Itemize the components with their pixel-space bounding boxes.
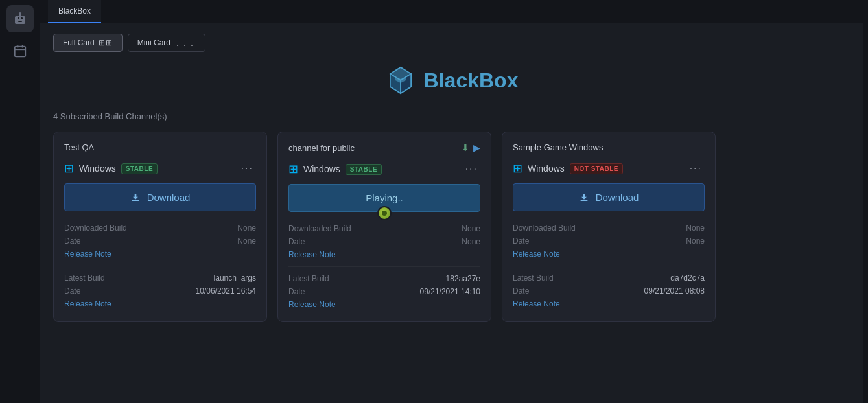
- scrollbar-right[interactable]: [863, 0, 868, 403]
- more-options-button[interactable]: ···: [239, 161, 256, 176]
- downloaded-build-label: Downloaded Build: [64, 224, 127, 233]
- latest-date-label: Date: [64, 286, 80, 295]
- full-card-icon: ⊞⊞: [99, 38, 113, 47]
- latest-build-row: Latest Build launch_args: [64, 271, 256, 284]
- platform-name: Windows: [528, 163, 565, 174]
- mini-card-icon: ⋮⋮⋮: [174, 40, 196, 47]
- platform-left: ⊞ Windows NOT STABLE: [513, 161, 623, 176]
- svg-rect-3: [18, 21, 22, 22]
- sidebar-icon-robot[interactable]: [6, 5, 34, 32]
- latest-date-row: Date 09/21/2021 08:08: [513, 284, 705, 297]
- calendar-icon: [13, 44, 27, 58]
- divider: [513, 266, 705, 266]
- svg-rect-0: [15, 16, 25, 24]
- platform-row: ⊞ Windows STABLE ···: [288, 162, 480, 176]
- latest-release-note-row: Release Note: [288, 298, 480, 311]
- download-icon: [130, 192, 141, 203]
- download-button-sample-game[interactable]: Download: [513, 183, 705, 211]
- date-row: Date None: [64, 235, 256, 248]
- playing-button[interactable]: Playing..: [288, 184, 480, 212]
- download-button-test-qa[interactable]: Download: [64, 183, 256, 211]
- platform-name: Windows: [79, 163, 116, 174]
- release-note-row: Release Note: [288, 248, 480, 261]
- latest-build-value: da7d2c7a: [670, 273, 705, 282]
- latest-build-label: Latest Build: [64, 273, 105, 282]
- topbar: BlackBox: [40, 0, 863, 23]
- info-section: Downloaded Build None Date None Release …: [513, 222, 705, 310]
- date-value: None: [462, 237, 480, 246]
- info-section: Downloaded Build None Date None Release …: [64, 222, 256, 310]
- downloaded-build-label: Downloaded Build: [513, 224, 576, 233]
- card-title-left: channel for public: [288, 143, 355, 153]
- latest-release-note-link[interactable]: Release Note: [513, 299, 560, 308]
- playing-label: Playing..: [366, 192, 403, 203]
- latest-build-label: Latest Build: [513, 273, 554, 282]
- more-options-button[interactable]: ···: [687, 161, 705, 176]
- release-note-link[interactable]: Release Note: [64, 249, 111, 259]
- download-label: Download: [596, 192, 639, 203]
- card-channel-public: channel for public ⬇ ▶ ⊞ Windows STABLE …: [277, 132, 491, 322]
- date-label: Date: [288, 237, 305, 246]
- latest-date-label: Date: [513, 286, 529, 295]
- downloaded-build-value: None: [237, 224, 256, 233]
- not-stable-badge: NOT STABLE: [570, 163, 623, 174]
- mini-card-label: Mini Card: [137, 38, 170, 47]
- card-title-row: Test QA: [64, 143, 256, 152]
- card-title-text: channel for public: [288, 143, 355, 153]
- platform-left: ⊞ Windows STABLE: [288, 162, 382, 176]
- date-row: Date None: [513, 235, 705, 248]
- full-card-button[interactable]: Full Card ⊞⊞: [53, 34, 123, 52]
- downloaded-build-row: Downloaded Build None: [64, 222, 256, 235]
- date-value: None: [686, 236, 705, 246]
- latest-date-label: Date: [288, 287, 305, 296]
- release-note-row: Release Note: [64, 248, 256, 260]
- card-title-row: Sample Game Windows: [513, 143, 705, 152]
- more-options-button[interactable]: ···: [463, 162, 480, 176]
- active-tab[interactable]: BlackBox: [48, 0, 101, 23]
- card-sample-game: Sample Game Windows ⊞ Windows NOT STABLE…: [502, 132, 716, 322]
- date-value: None: [237, 236, 256, 246]
- sidebar-icon-calendar[interactable]: [6, 38, 34, 65]
- downloaded-build-value: None: [686, 224, 705, 233]
- release-note-link[interactable]: Release Note: [513, 249, 560, 259]
- latest-date-value: 09/21/2021 08:08: [644, 286, 705, 295]
- spinner-inner: [382, 211, 387, 216]
- latest-release-note-row: Release Note: [64, 297, 256, 310]
- date-row: Date None: [288, 235, 480, 248]
- downloaded-build-row: Downloaded Build None: [513, 222, 705, 235]
- subscribed-count-text: 4 Subscribed Build Channel(s): [53, 111, 167, 121]
- release-note-link[interactable]: Release Note: [288, 250, 336, 259]
- latest-build-value: 182aa27e: [446, 274, 480, 283]
- downloaded-build-value: None: [462, 224, 480, 233]
- sidebar: [0, 0, 40, 403]
- blackbox-logo-icon: [385, 65, 416, 96]
- platform-row: ⊞ Windows NOT STABLE ···: [513, 161, 705, 176]
- latest-date-value: 09/21/2021 14:10: [420, 287, 480, 296]
- date-label: Date: [64, 236, 80, 246]
- download-label: Download: [147, 192, 191, 203]
- latest-build-value: launch_args: [214, 273, 256, 282]
- download-icon: [579, 192, 589, 203]
- latest-release-note-link[interactable]: Release Note: [288, 300, 336, 309]
- svg-rect-2: [21, 17, 23, 19]
- platform-name: Windows: [303, 164, 340, 174]
- cards-container: Test QA ⊞ Windows STABLE ··· Download: [53, 132, 850, 322]
- platform-left: ⊞ Windows STABLE: [64, 161, 158, 176]
- divider: [64, 266, 256, 266]
- logo-area: BlackBox: [53, 65, 850, 96]
- subscribed-info: 4 Subscribed Build Channel(s): [53, 111, 850, 121]
- card-title-text: Test QA: [64, 143, 94, 152]
- play-channel-icon: ▶: [473, 143, 480, 153]
- latest-release-note-link[interactable]: Release Note: [64, 299, 111, 308]
- info-section: Downloaded Build None Date None Release …: [288, 222, 480, 311]
- view-toggle: Full Card ⊞⊞ Mini Card ⋮⋮⋮: [53, 34, 850, 52]
- divider: [288, 266, 480, 267]
- mini-card-button[interactable]: Mini Card ⋮⋮⋮: [128, 34, 205, 52]
- card-title-text: Sample Game Windows: [513, 143, 603, 152]
- card-title-row: channel for public ⬇ ▶: [288, 143, 480, 153]
- platform-row: ⊞ Windows STABLE ···: [64, 161, 256, 176]
- date-label: Date: [513, 236, 529, 246]
- release-note-row: Release Note: [513, 248, 705, 260]
- downloaded-build-label: Downloaded Build: [288, 224, 351, 233]
- main-content: BlackBox Full Card ⊞⊞ Mini Card ⋮⋮⋮: [40, 0, 863, 403]
